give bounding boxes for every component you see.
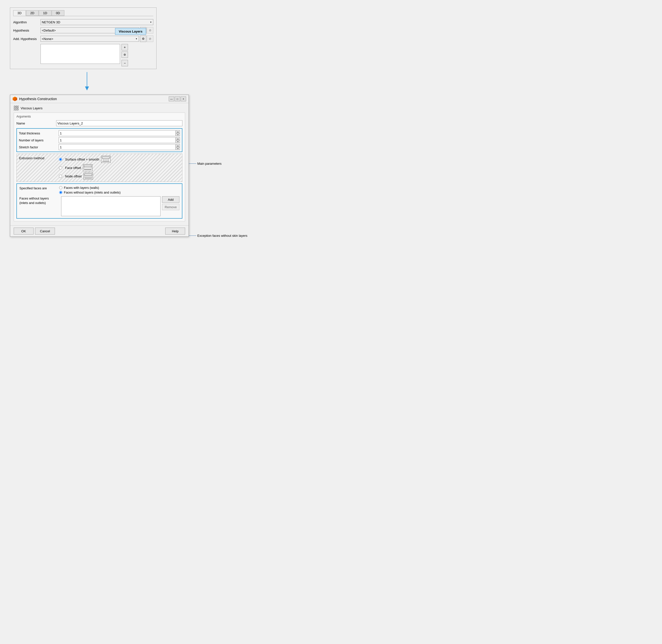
extrusion-node-icon bbox=[84, 173, 93, 180]
faces-with-radio[interactable] bbox=[59, 186, 62, 189]
faces-without-content: Add Remove bbox=[61, 196, 179, 216]
algorithm-row: Algorithm NETGEN 3D ▼ bbox=[13, 19, 153, 25]
list-edit-btn[interactable]: ⚙ bbox=[121, 51, 128, 58]
add-hypothesis-select-wrap: <None> ▼ bbox=[41, 36, 139, 42]
extrusion-surface-radio[interactable] bbox=[59, 158, 62, 161]
cancel-button[interactable]: Cancel bbox=[35, 228, 55, 234]
stretch-factor-up[interactable]: ▲ bbox=[176, 144, 180, 147]
extrusion-label: Extrusion method bbox=[19, 156, 59, 160]
add-hypothesis-label: Add. Hypothesis bbox=[13, 37, 41, 41]
extrusion-options: Surface offset + smooth bbox=[59, 156, 111, 180]
svg-rect-7 bbox=[84, 167, 91, 168]
extrusion-face-radio[interactable] bbox=[59, 166, 62, 169]
add-hypothesis-row: Add. Hypothesis <None> ▼ ⚙ ⊘ Viscous Lay… bbox=[13, 36, 153, 42]
algorithm-select[interactable]: NETGEN 3D bbox=[41, 19, 153, 25]
stretch-factor-row: Stretch factor ▲ ▼ bbox=[19, 144, 180, 150]
tab-3d[interactable]: 3D bbox=[13, 10, 26, 16]
main-params-box: Total thickness ▲ ▼ Number of layers ▲ bbox=[16, 128, 182, 152]
extrusion-surface-row: Surface offset + smooth bbox=[59, 156, 111, 163]
list-add-btn[interactable]: + bbox=[121, 44, 128, 50]
svg-rect-3 bbox=[102, 158, 109, 160]
tab-0d[interactable]: 0D bbox=[52, 10, 64, 16]
help-button[interactable]: Help bbox=[165, 228, 185, 234]
name-row: Name bbox=[16, 120, 182, 126]
svg-rect-4 bbox=[103, 160, 109, 161]
dialog-title: Hypothesis Construction bbox=[19, 97, 168, 101]
viscous-header: Viscous Layers bbox=[14, 106, 185, 111]
extrusion-node-row: Node offset bbox=[59, 173, 111, 180]
add-remove-btns: Add Remove bbox=[162, 196, 179, 216]
viscous-layers-tooltip: Viscous Layers bbox=[115, 28, 146, 35]
footer-left-btns: OK Cancel bbox=[14, 228, 55, 234]
faces-without-inlets-label: Faces without layers (inlets and outlets… bbox=[64, 190, 120, 194]
main-params-annotation: Main parameters bbox=[189, 162, 222, 165]
arguments-label: Arguments bbox=[16, 115, 182, 118]
extrusion-surface-label: Surface offset + smooth bbox=[65, 158, 99, 161]
svg-rect-8 bbox=[84, 168, 91, 169]
faces-without-inlets-row: Faces without layers (inlets and outlets… bbox=[59, 190, 120, 194]
add-hypothesis-remove-btn[interactable]: ⊘ bbox=[147, 36, 153, 42]
remove-btn[interactable]: Remove bbox=[162, 204, 179, 210]
svg-rect-10 bbox=[85, 174, 92, 175]
close-btn[interactable]: × bbox=[181, 96, 186, 101]
total-thickness-label: Total thickness bbox=[19, 132, 59, 135]
top-panel: 3D 2D 1D 0D Algorithm NETGEN 3D ▼ Hypoth… bbox=[10, 7, 179, 69]
hypothesis-list-row: + ⚙ − bbox=[13, 44, 153, 66]
num-layers-up[interactable]: ▲ bbox=[176, 137, 180, 140]
stretch-factor-label: Stretch factor bbox=[19, 145, 59, 149]
algorithm-select-wrap: NETGEN 3D ▼ bbox=[41, 19, 153, 25]
minimize-btn[interactable]: — bbox=[169, 96, 174, 101]
hypothesis-label: Hypothesis bbox=[13, 28, 41, 32]
dialog-titlebar: Hypothesis Construction — □ × bbox=[10, 95, 189, 103]
add-hypothesis-select[interactable]: <None> bbox=[41, 36, 139, 42]
hypothesis-remove-btn[interactable]: ⊘ bbox=[147, 27, 153, 33]
total-thickness-up[interactable]: ▲ bbox=[176, 130, 180, 133]
total-thickness-input[interactable] bbox=[59, 130, 176, 136]
num-layers-label: Number of layers bbox=[19, 138, 59, 142]
extrusion-face-row: Face offset bbox=[59, 164, 111, 171]
dialog-footer: OK Cancel Help bbox=[10, 225, 189, 236]
add-btn[interactable]: Add bbox=[162, 196, 179, 203]
extrusion-face-label: Face offset bbox=[65, 166, 81, 170]
tab-1d[interactable]: 1D bbox=[39, 10, 51, 16]
svg-rect-6 bbox=[84, 165, 91, 167]
exception-faces-annotation-text: Exception faces without skin layers bbox=[196, 234, 248, 237]
specified-faces-label: Specified faces are bbox=[19, 186, 59, 190]
specified-faces-section: Specified faces are Faces with layers (w… bbox=[16, 183, 182, 218]
ok-button[interactable]: OK bbox=[14, 228, 33, 234]
faces-without-layers-label: Faces without layers (inlets and outlets… bbox=[19, 196, 59, 205]
add-hypothesis-add-btn[interactable]: ⚙ bbox=[140, 36, 146, 42]
extrusion-surface-icon bbox=[101, 156, 111, 163]
faces-without-layers-row: Faces without layers (inlets and outlets… bbox=[19, 196, 179, 216]
faces-without-radio[interactable] bbox=[59, 191, 62, 194]
extrusion-node-label: Node offset bbox=[65, 175, 82, 178]
stretch-factor-down[interactable]: ▼ bbox=[176, 147, 180, 150]
num-layers-input[interactable] bbox=[59, 137, 176, 143]
tab-2d[interactable]: 2D bbox=[26, 10, 39, 16]
hypothesis-listbox[interactable] bbox=[41, 44, 120, 64]
faces-with-label: Faces with layers (walls) bbox=[64, 186, 99, 189]
name-input[interactable] bbox=[56, 120, 182, 126]
arrow-connector bbox=[79, 72, 326, 92]
total-thickness-down[interactable]: ▼ bbox=[176, 133, 180, 136]
name-label: Name bbox=[16, 121, 56, 125]
tabs-row: 3D 2D 1D 0D bbox=[13, 10, 153, 16]
exception-faces-annotation: Exception faces without skin layers bbox=[189, 234, 248, 237]
arguments-section: Arguments Name Total thickness ▲ ▼ bbox=[14, 113, 185, 221]
top-panel-box: 3D 2D 1D 0D Algorithm NETGEN 3D ▼ Hypoth… bbox=[10, 7, 157, 69]
hypothesis-construction-dialog: Hypothesis Construction — □ × Viscous La… bbox=[10, 95, 189, 237]
specified-faces-options: Faces with layers (walls) Faces without … bbox=[59, 186, 120, 194]
faces-listbox[interactable] bbox=[61, 196, 161, 216]
algorithm-label: Algorithm bbox=[13, 20, 41, 24]
main-params-annotation-text: Main parameters bbox=[196, 162, 222, 165]
svg-rect-2 bbox=[102, 157, 110, 158]
stretch-factor-input[interactable] bbox=[59, 144, 176, 150]
maximize-btn[interactable]: □ bbox=[175, 96, 180, 101]
faces-with-layers-row: Faces with layers (walls) bbox=[59, 186, 120, 189]
list-remove-btn[interactable]: − bbox=[121, 60, 128, 66]
specified-faces-row: Specified faces are Faces with layers (w… bbox=[19, 186, 179, 194]
extrusion-node-radio[interactable] bbox=[59, 175, 62, 178]
total-thickness-row: Total thickness ▲ ▼ bbox=[19, 130, 180, 136]
extrusion-method-section: Extrusion method Surface offset + smooth bbox=[16, 154, 182, 182]
num-layers-down[interactable]: ▼ bbox=[176, 140, 180, 143]
